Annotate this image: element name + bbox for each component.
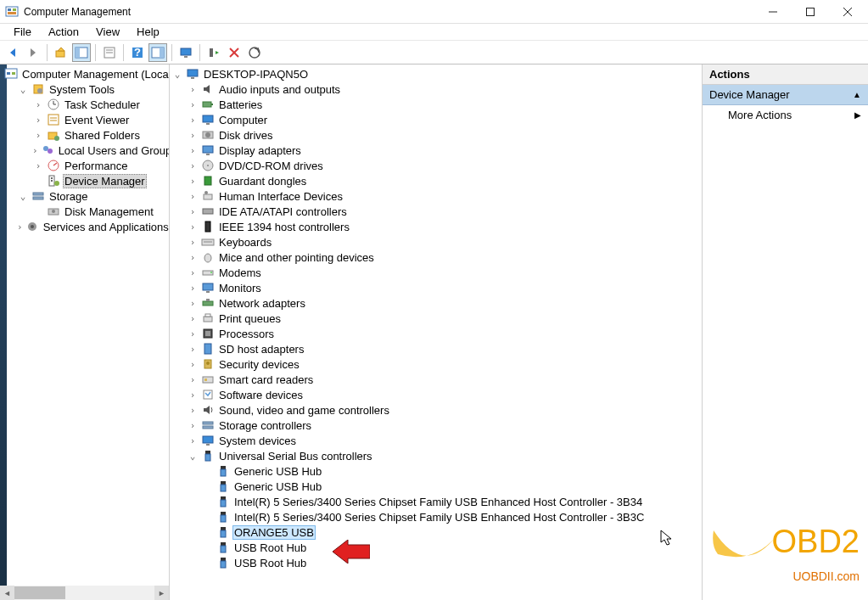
device-tree-item[interactable]: ›SD host adapters <box>170 341 702 356</box>
forward-button[interactable] <box>24 43 42 62</box>
device-tree-item[interactable]: ›System devices <box>170 433 702 448</box>
expand-icon[interactable]: › <box>187 313 199 324</box>
device-tree-item[interactable]: ›Software devices <box>170 387 702 402</box>
maximize-button[interactable] <box>792 0 829 24</box>
expand-icon[interactable]: › <box>187 206 199 217</box>
device-tree[interactable]: ⌄DESKTOP-IPAQN5O›Audio inputs and output… <box>170 64 703 600</box>
console-tree[interactable]: Computer Management (Local⌄System Tools›… <box>0 64 170 600</box>
expand-icon[interactable]: › <box>187 420 199 431</box>
device-tree-item[interactable]: ›Sound, video and game controllers <box>170 402 702 418</box>
expand-icon[interactable]: › <box>187 237 199 248</box>
expand-icon[interactable]: › <box>32 160 44 171</box>
device-tree-item[interactable]: ›Modems <box>170 265 702 280</box>
expand-icon[interactable]: › <box>187 130 199 141</box>
expand-icon[interactable]: › <box>32 130 44 141</box>
minimize-button[interactable] <box>754 0 792 24</box>
menu-view[interactable]: View <box>87 24 128 40</box>
device-tree-item[interactable]: ›IDE ATA/ATAPI controllers <box>170 204 702 219</box>
expand-icon[interactable]: › <box>187 374 199 385</box>
scan-hardware-button[interactable] <box>245 43 264 62</box>
scroll-thumb[interactable] <box>14 586 65 599</box>
console-tree-item[interactable]: Device Manager <box>0 173 169 188</box>
device-tree-item[interactable]: ›Audio inputs and outputs <box>170 81 702 97</box>
device-tree-item[interactable]: ›Keyboards <box>170 234 702 250</box>
console-tree-item[interactable]: Disk Management <box>0 204 169 219</box>
actions-more-actions[interactable]: More Actions ▶ <box>703 105 868 125</box>
expand-icon[interactable]: › <box>187 191 199 202</box>
expand-icon[interactable]: ⌄ <box>171 69 183 80</box>
device-tree-item[interactable]: ›Monitors <box>170 280 702 295</box>
console-tree-item[interactable]: Computer Management (Local <box>0 66 169 81</box>
device-tree-item[interactable]: ›Human Interface Devices <box>170 188 702 204</box>
device-tree-item[interactable]: ›Network adapters <box>170 295 702 311</box>
device-tree-item[interactable]: ›Computer <box>170 112 702 127</box>
console-tree-item[interactable]: ›Local Users and Groups <box>0 143 169 158</box>
console-tree-item[interactable]: ›Task Scheduler <box>0 97 169 112</box>
show-hide-tree-button[interactable] <box>72 43 91 62</box>
device-tree-item[interactable]: Generic USB Hub <box>170 479 702 494</box>
device-tree-item[interactable]: ›Processors <box>170 326 702 341</box>
expand-icon[interactable]: › <box>32 115 44 126</box>
console-tree-item[interactable]: ›Shared Folders <box>0 127 169 143</box>
device-tree-item[interactable]: ›Mice and other pointing devices <box>170 250 702 265</box>
back-button[interactable] <box>3 43 22 62</box>
device-tree-item[interactable]: ⌄Universal Serial Bus controllers <box>170 448 702 463</box>
expand-icon[interactable]: › <box>187 405 199 416</box>
expand-icon[interactable]: › <box>187 176 199 187</box>
console-tree-item[interactable]: ›Performance <box>0 158 169 173</box>
help-button[interactable]: ? <box>128 43 147 62</box>
menu-help[interactable]: Help <box>128 24 168 40</box>
expand-icon[interactable]: › <box>187 221 199 233</box>
expand-icon[interactable]: ⌄ <box>17 84 29 95</box>
expand-icon[interactable]: › <box>17 221 23 233</box>
enable-button[interactable] <box>204 43 223 62</box>
device-tree-item[interactable]: Intel(R) 5 Series/3400 Series Chipset Fa… <box>170 509 702 524</box>
device-tree-item[interactable]: USB Root Hub <box>170 555 702 570</box>
expand-icon[interactable]: › <box>187 435 199 446</box>
expand-icon[interactable]: › <box>187 160 199 171</box>
device-tree-item[interactable]: ›Smart card readers <box>170 372 702 387</box>
expand-icon[interactable]: › <box>187 84 199 95</box>
expand-icon[interactable]: › <box>187 145 199 156</box>
menu-action[interactable]: Action <box>40 24 87 40</box>
device-tree-item[interactable]: ›Security devices <box>170 356 702 372</box>
uninstall-button[interactable] <box>225 43 244 62</box>
device-tree-item[interactable]: ›IEEE 1394 host controllers <box>170 219 702 234</box>
up-button[interactable] <box>52 43 70 62</box>
monitor-button[interactable] <box>176 43 195 62</box>
expand-icon[interactable]: ⌄ <box>17 191 29 202</box>
expand-icon[interactable]: › <box>187 115 199 126</box>
device-tree-item[interactable]: Intel(R) 5 Series/3400 Series Chipset Fa… <box>170 494 702 509</box>
expand-icon[interactable]: › <box>187 99 199 110</box>
scroll-right-button[interactable]: ► <box>154 586 169 600</box>
expand-icon[interactable]: › <box>187 390 199 401</box>
console-tree-item[interactable]: ›Event Viewer <box>0 112 169 127</box>
expand-icon[interactable]: › <box>32 145 38 156</box>
device-tree-item[interactable]: ›Storage controllers <box>170 418 702 433</box>
console-tree-item[interactable]: ⌄Storage <box>0 188 169 204</box>
horizontal-scrollbar[interactable]: ◄ ► <box>0 586 169 600</box>
actions-group[interactable]: Device Manager ▲ <box>703 85 868 105</box>
device-tree-item[interactable]: ›Batteries <box>170 97 702 112</box>
console-tree-item[interactable]: ⌄System Tools <box>0 81 169 97</box>
menu-file[interactable]: File <box>5 24 40 40</box>
device-tree-item[interactable]: ›Display adapters <box>170 143 702 158</box>
expand-icon[interactable]: › <box>187 328 199 339</box>
expand-icon[interactable]: › <box>187 252 199 263</box>
device-tree-item[interactable]: ›DVD/CD-ROM drives <box>170 158 702 173</box>
device-tree-item[interactable]: ›Disk drives <box>170 127 702 143</box>
expand-icon[interactable]: › <box>32 99 44 110</box>
device-tree-item[interactable]: ⌄DESKTOP-IPAQN5O <box>170 66 702 81</box>
expand-icon[interactable]: › <box>187 267 199 278</box>
device-tree-item[interactable]: ›Print queues <box>170 311 702 326</box>
close-button[interactable] <box>829 0 866 24</box>
console-tree-item[interactable]: ›Services and Applications <box>0 219 169 234</box>
device-tree-item[interactable]: ›Guardant dongles <box>170 173 702 188</box>
device-tree-item[interactable]: ORANGE5 USB <box>170 524 702 540</box>
device-tree-item[interactable]: USB Root Hub <box>170 540 702 555</box>
expand-icon[interactable]: › <box>187 344 199 355</box>
expand-icon[interactable]: › <box>187 359 199 370</box>
expand-icon[interactable]: › <box>187 283 199 294</box>
view-toggle-button[interactable] <box>148 43 167 62</box>
device-tree-item[interactable]: Generic USB Hub <box>170 463 702 479</box>
